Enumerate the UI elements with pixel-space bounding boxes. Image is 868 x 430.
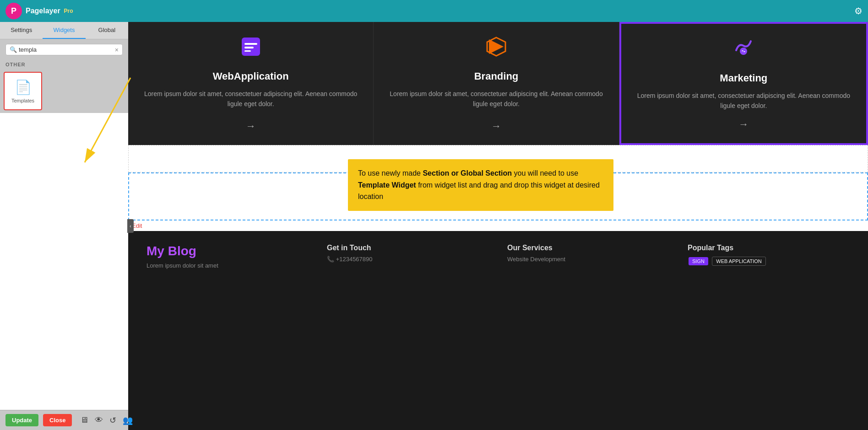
widget-grid: 📄 Templates (0, 69, 128, 113)
svg-rect-3 (244, 50, 251, 52)
update-button[interactable]: Update (5, 414, 38, 426)
branding-icon (484, 35, 508, 64)
svg-marker-4 (489, 39, 504, 54)
top-bar: P Pagelayer Pro ⚙ (0, 0, 868, 22)
footer-phone: 📞 +1234567890 (327, 256, 489, 263)
footer-tags-list: SIGN WEB APPLICATION (688, 256, 850, 267)
tag-sign[interactable]: SIGN (689, 257, 708, 265)
footer-tags-title: Popular Tags (688, 244, 850, 252)
annotation-box: To use newly made Section or Global Sect… (348, 159, 613, 211)
footer-col-tags: Popular Tags SIGN WEB APPLICATION (688, 244, 850, 269)
logo-name: Pagelayer (26, 7, 60, 15)
bottom-icons: 🖥 👁 ↺ 👥 (80, 415, 133, 425)
card-marketing[interactable]: Marketing Lorem ipsum dolor sit amet, co… (619, 22, 868, 145)
logo-icon: P (5, 3, 22, 19)
search-bar: 🔍 × (0, 39, 128, 60)
card-marketing-title: Marketing (720, 72, 767, 84)
footer-col-contact: Get in Touch 📞 +1234567890 (327, 244, 489, 269)
preview-icon[interactable]: 👁 (95, 415, 103, 425)
collapse-sidebar-button[interactable]: ‹ (127, 219, 134, 233)
close-button[interactable]: Close (43, 414, 72, 426)
annotation-text-middle: you will need to use (512, 169, 578, 177)
card-webapplication-arrow: → (246, 120, 256, 132)
edit-link[interactable]: Edit (128, 220, 868, 231)
footer-contact-title: Get in Touch (327, 244, 489, 252)
footer-blog-title: My Blog (146, 244, 309, 258)
tab-global[interactable]: Global (86, 22, 128, 39)
card-marketing-desc: Lorem ipsum dolor sit amet, consectetuer… (636, 91, 852, 111)
tab-widgets[interactable]: Widgets (43, 22, 85, 39)
tag-webapplication[interactable]: WEB APPLICATION (712, 257, 765, 266)
logo-pro: Pro (64, 8, 73, 14)
tab-settings[interactable]: Settings (0, 22, 43, 39)
widget-templates[interactable]: 📄 Templates (4, 72, 42, 110)
card-branding-title: Branding (474, 70, 519, 82)
card-branding-desc: Lorem ipsum dolor sit amet, consectetuer… (388, 89, 604, 109)
gear-button[interactable]: ⚙ (854, 5, 863, 16)
logo-area: P Pagelayer Pro (5, 3, 73, 19)
cards-section: WebApplication Lorem ipsum dolor sit ame… (128, 22, 868, 145)
section-other-label: OTHER (0, 60, 128, 69)
card-webapplication-desc: Lorem ipsum dolor sit amet, consectetuer… (143, 89, 358, 109)
search-input[interactable] (19, 46, 113, 53)
annotation-text-before: To use newly made (358, 169, 423, 177)
widget-label-templates: Templates (11, 98, 34, 103)
card-marketing-arrow: → (738, 118, 749, 130)
sidebar: Settings Widgets Global 🔍 × OTHER 📄 Temp… (0, 22, 128, 113)
annotation-bold2: Template Widget (358, 181, 416, 189)
footer-blog-desc: Lorem ipsum dolor sit amet (146, 262, 309, 269)
annotation-bold1: Section or Global Section (423, 169, 512, 177)
sidebar-tabs: Settings Widgets Global (0, 22, 128, 39)
svg-rect-2 (244, 47, 254, 48)
clear-search-button[interactable]: × (115, 47, 119, 53)
history-icon[interactable]: ↺ (109, 415, 116, 425)
content-area: WebApplication Lorem ipsum dolor sit ame… (128, 22, 868, 430)
card-branding[interactable]: Branding Lorem ipsum dolor sit amet, con… (374, 22, 619, 145)
webapplication-icon (239, 35, 263, 64)
marketing-icon (732, 37, 755, 66)
templates-icon: 📄 (15, 79, 32, 95)
footer-services-item: Website Development (507, 256, 669, 263)
svg-rect-1 (244, 43, 257, 45)
sidebar-wrapper: Settings Widgets Global 🔍 × OTHER 📄 Temp… (0, 22, 128, 430)
card-branding-arrow: → (491, 120, 501, 132)
bottom-bar: Update Close 🖥 👁 ↺ 👥 (0, 410, 128, 430)
users-icon[interactable]: 👥 (123, 415, 133, 425)
search-icon: 🔍 (10, 46, 17, 53)
main-layout: Settings Widgets Global 🔍 × OTHER 📄 Temp… (0, 22, 868, 430)
card-webapplication-title: WebApplication (213, 70, 289, 82)
footer-section: My Blog Lorem ipsum dolor sit amet Get i… (128, 231, 868, 282)
footer-col-blog: My Blog Lorem ipsum dolor sit amet (146, 244, 309, 269)
footer-services-title: Our Services (507, 244, 669, 252)
footer-col-services: Our Services Website Development (507, 244, 669, 269)
desktop-icon[interactable]: 🖥 (80, 415, 88, 425)
search-input-wrapper: 🔍 × (5, 44, 123, 55)
card-webapplication[interactable]: WebApplication Lorem ipsum dolor sit ame… (128, 22, 374, 145)
